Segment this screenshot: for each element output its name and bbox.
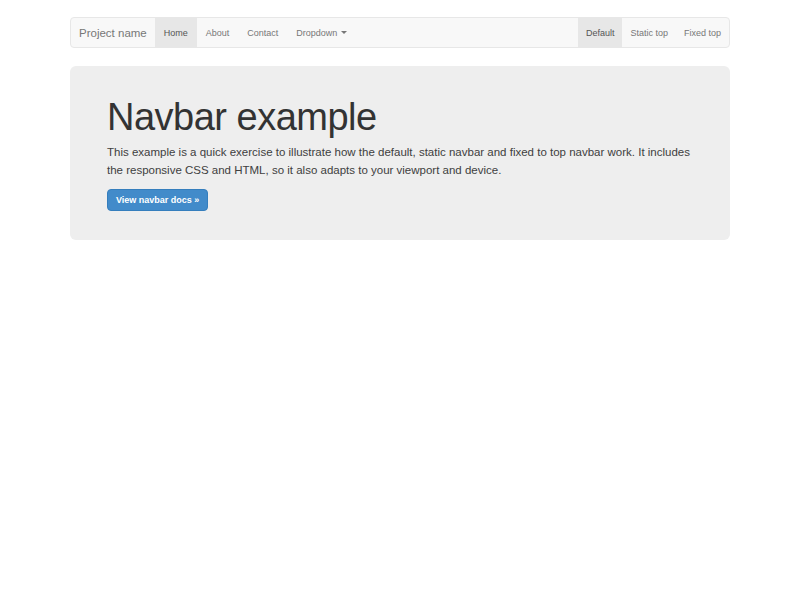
- nav-item-dropdown[interactable]: Dropdown: [287, 18, 356, 47]
- nav-item-fixed-top[interactable]: Fixed top: [676, 18, 729, 47]
- navbar-nav-right: Default Static top Fixed top: [578, 18, 729, 47]
- navbar: Project name Home About Contact Dropdown…: [70, 17, 730, 48]
- nav-item-about[interactable]: About: [197, 18, 239, 47]
- nav-item-home[interactable]: Home: [155, 18, 197, 47]
- jumbotron-description: This example is a quick exercise to illu…: [107, 143, 693, 179]
- nav-item-contact[interactable]: Contact: [238, 18, 287, 47]
- page-title: Navbar example: [107, 97, 693, 137]
- navbar-nav-left: Home About Contact Dropdown: [155, 18, 357, 47]
- jumbotron: Navbar example This example is a quick e…: [70, 66, 730, 240]
- nav-item-dropdown-label: Dropdown: [296, 28, 337, 38]
- view-navbar-docs-button[interactable]: View navbar docs »: [107, 189, 208, 211]
- navbar-brand[interactable]: Project name: [71, 18, 155, 47]
- nav-item-default[interactable]: Default: [578, 18, 623, 47]
- page-container: Project name Home About Contact Dropdown…: [70, 17, 730, 240]
- caret-down-icon: [341, 31, 347, 34]
- nav-item-static-top[interactable]: Static top: [622, 18, 676, 47]
